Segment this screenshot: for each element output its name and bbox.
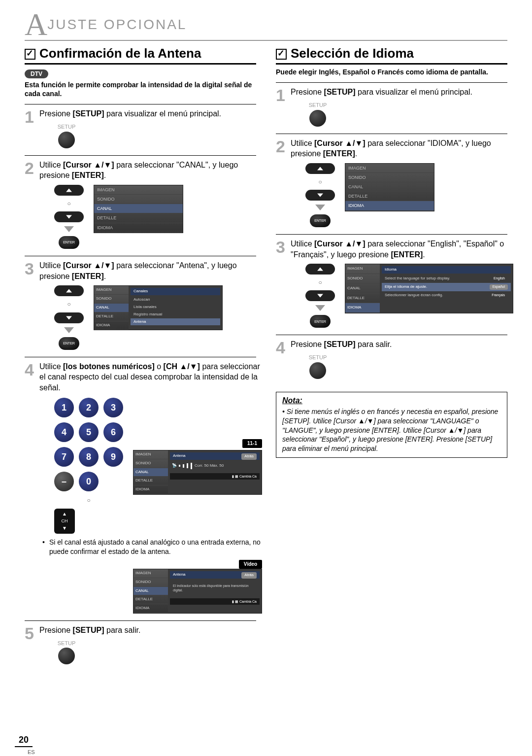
signal-meter: 📡 Corr. 50 Máx. 50 [170, 461, 260, 471]
antenna-icon: 📡 [172, 463, 177, 469]
note-box: Nota: • Si tiene menús el inglés o en fr… [276, 392, 507, 458]
page-header: AJUSTE OPCIONAL [25, 15, 507, 41]
osd-item-canal: CANAL [94, 204, 183, 213]
enter-button[interactable]: ENTER [59, 236, 79, 249]
lang-row-en: Select the language for setup display.En… [382, 275, 511, 283]
setup-button[interactable] [309, 362, 326, 379]
setup-button[interactable] [58, 132, 75, 148]
r-step-1: 1 Presione [SETUP] para visualizar el me… [276, 82, 507, 133]
remote-cursor: ○ ENTER [54, 185, 84, 249]
ring-icon: ○ [67, 200, 70, 207]
r-step-4: 4 Presione [SETUP] para salir. SETUP [276, 335, 507, 385]
back-button[interactable]: Atrás [241, 453, 257, 460]
setup-button[interactable] [58, 648, 75, 664]
key-1[interactable]: 1 [54, 398, 74, 417]
note-body: • Si tiene menús el inglés o en francés … [282, 407, 501, 453]
key-4[interactable]: 4 [54, 422, 74, 442]
manual-page: AJUSTE OPCIONAL Confirmación de la Anten… [0, 0, 532, 756]
key-7[interactable]: 7 [54, 447, 74, 467]
step1-text: Presione [SETUP] para visualizar el menú… [39, 109, 221, 118]
page-number: 20 [15, 735, 33, 747]
arrow-down-icon [315, 205, 325, 210]
header-title: JUSTE OPCIONAL [47, 17, 187, 32]
osd-antenna-analog: IMAGEN SONIDO CANAL DETALLE IDIOMA Anten… [133, 569, 262, 614]
video-badge: Vídeo [239, 560, 262, 569]
section-desc: Esta función le permite comprobar la int… [25, 80, 256, 98]
key-0[interactable]: 0 [79, 472, 99, 491]
section-title-antenna: Confirmación de la Antena [25, 46, 256, 65]
key-2[interactable]: 2 [79, 398, 99, 417]
remote-cursor: ○ ENTER [305, 163, 335, 227]
key-6[interactable]: 6 [103, 422, 123, 442]
key-9[interactable]: 9 [103, 447, 123, 467]
cursor-down-button[interactable] [54, 211, 84, 222]
key-5[interactable]: 5 [79, 422, 99, 442]
section-desc: Puede elegir Inglés, Español o Francés c… [276, 68, 507, 76]
setup-label: SETUP [54, 123, 79, 131]
numeric-keypad: 1 2 3 4 5 6 7 8 9 – 0 [54, 398, 123, 491]
cursor-down-button[interactable] [54, 312, 84, 323]
enter-button[interactable]: ENTER [310, 214, 331, 227]
remote-cursor: ○ ENTER [54, 285, 84, 349]
analog-msg: El indicador sólo está disponible para t… [170, 580, 260, 596]
osd-item-detalle: DETALLE [94, 213, 183, 223]
enter-button[interactable]: ENTER [59, 337, 79, 350]
osd-item-idioma: IDIOMA [94, 223, 183, 233]
key-3[interactable]: 3 [103, 398, 123, 417]
remote-cursor: ○ ENTER [305, 264, 335, 328]
section-title-language: Selección de Idioma [276, 46, 507, 65]
osd-antenna: IMAGEN SONIDO CANAL DETALLE IDIOMA Anten… [133, 450, 262, 495]
note-heading: Nota: [282, 396, 501, 405]
osd-item-imagen: IMAGEN [94, 185, 183, 195]
osd-language: IMAGEN SONIDO CANAL DETALLE IDIOMA Idiom… [345, 264, 513, 313]
cursor-up-button[interactable] [54, 185, 84, 196]
enter-button[interactable]: ENTER [310, 315, 331, 328]
step-5: 5 Presione [SETUP] para salir. SETUP [25, 620, 256, 671]
step-4: 4 Utilice [los botones numéricos] o [CH … [25, 357, 256, 620]
lang-code: ES [28, 749, 35, 755]
left-column: Confirmación de la Antena DTV Esta funci… [25, 46, 256, 671]
right-column: Selección de Idioma Puede elegir Inglés,… [276, 46, 507, 671]
setup-button[interactable] [309, 110, 326, 127]
step-1: 1 Presione [SETUP] para visualizar el me… [25, 104, 256, 155]
key-8[interactable]: 8 [79, 447, 99, 467]
back-button[interactable]: Atrás [241, 572, 257, 579]
osd-submenu: IMAGEN SONIDO CANAL DETALLE IDIOMA Canal… [94, 285, 223, 330]
cursor-up-button[interactable] [305, 163, 335, 174]
channel-badge: 11-1 [242, 439, 262, 448]
cursor-up-button[interactable] [305, 264, 335, 275]
r-step-3: 3 Utilice [Cursor ▲/▼] para seleccionar … [276, 234, 507, 335]
step4-note: Si el canal está ajustado a canal analóg… [39, 538, 262, 556]
lang-row-es: Elija el idioma de ajuste.Español [382, 283, 511, 291]
step-2: 2 Utilice [Cursor ▲/▼] para seleccionar … [25, 155, 256, 256]
submenu-title: Canales [131, 288, 220, 295]
arrow-down-icon [64, 327, 74, 333]
lang-row-fr: Sélectionner langue écran config.Françai… [382, 291, 511, 300]
dtv-badge: DTV [25, 69, 48, 78]
step-3: 3 Utilice [Cursor ▲/▼] para seleccionar … [25, 256, 256, 356]
check-icon [25, 49, 35, 60]
r-step-2: 2 Utilice [Cursor ▲/▼] para seleccionar … [276, 134, 507, 234]
osd-menu: IMAGEN SONIDO CANAL DETALLE IDIOMA [345, 163, 434, 211]
cursor-up-button[interactable] [54, 285, 84, 296]
osd-footer: ▮ ▦ Cambia Ca [170, 473, 260, 480]
cursor-down-button[interactable] [305, 190, 335, 201]
arrow-down-icon [64, 226, 74, 232]
key-dash[interactable]: – [54, 472, 74, 491]
cursor-down-button[interactable] [305, 290, 335, 301]
osd-menu: IMAGEN SONIDO CANAL DETALLE IDIOMA [94, 185, 183, 233]
header-letter: A [25, 15, 47, 34]
check-icon [276, 49, 287, 60]
osd-item-sonido: SONIDO [94, 195, 183, 204]
arrow-down-icon [315, 305, 325, 311]
ch-button[interactable]: ▲ CH ▼ [54, 509, 75, 534]
